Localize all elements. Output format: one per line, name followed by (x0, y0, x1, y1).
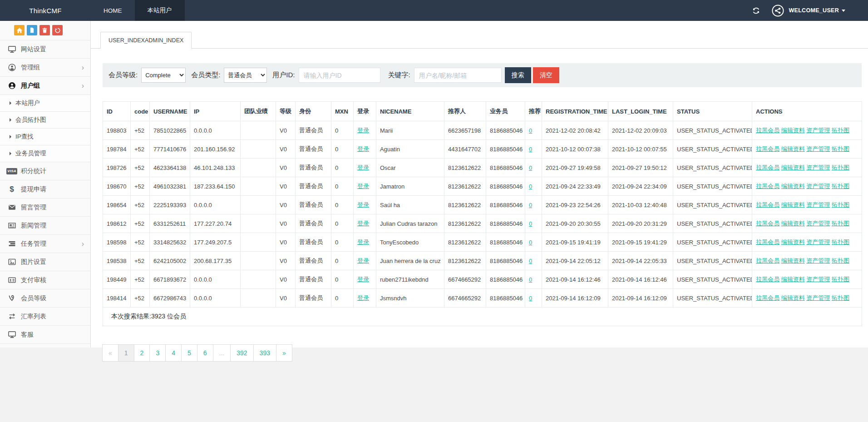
login-link[interactable]: 登录 (357, 183, 369, 189)
action-link[interactable]: 拉黑会员 (756, 220, 779, 227)
sidebar-item[interactable]: 客服 (0, 326, 90, 344)
action-link[interactable]: 资产管理 (806, 127, 830, 134)
login-link[interactable]: 登录 (357, 201, 369, 208)
sidebar-item[interactable]: 用户组› (0, 77, 90, 95)
action-link[interactable]: 拉黑会员 (756, 183, 779, 189)
page-button[interactable]: 392 (230, 344, 253, 362)
action-link[interactable]: 拉黑会员 (756, 238, 779, 245)
sidebar-item[interactable]: 管理组› (0, 59, 90, 77)
refresh-icon[interactable] (752, 7, 760, 15)
action-link[interactable]: 资产管理 (806, 183, 830, 189)
referral-link[interactable]: 0 (529, 239, 532, 246)
nav-site-users[interactable]: 本站用户 (135, 0, 185, 21)
action-link[interactable]: 拓扑图 (832, 127, 849, 134)
page-button[interactable]: 6 (197, 344, 213, 362)
page-button[interactable]: » (276, 344, 292, 362)
sidebar-item[interactable]: 留言管理 (0, 199, 90, 217)
page-button-current[interactable]: 1 (118, 344, 134, 362)
page-button[interactable]: 3 (149, 344, 166, 362)
action-link[interactable]: 编辑资料 (781, 127, 805, 134)
referral-link[interactable]: 0 (529, 127, 532, 134)
referral-link[interactable]: 0 (529, 258, 532, 264)
action-link[interactable]: 编辑资料 (781, 201, 805, 208)
nav-home[interactable]: HOME (91, 0, 135, 21)
login-link[interactable]: 登录 (357, 257, 369, 264)
action-link[interactable]: 编辑资料 (781, 183, 805, 189)
action-link[interactable]: 编辑资料 (781, 220, 805, 227)
search-button[interactable]: 搜索 (505, 67, 531, 83)
page-button[interactable]: 4 (165, 344, 182, 362)
app-brand[interactable]: ThinkCMF (0, 0, 91, 21)
sidebar-item[interactable]: 会员拓扑图 (0, 112, 90, 129)
clear-button[interactable]: 清空 (533, 67, 559, 83)
referral-link[interactable]: 0 (529, 295, 532, 302)
action-link[interactable]: 资产管理 (806, 276, 830, 283)
action-link[interactable]: 拉黑会员 (756, 127, 779, 134)
referral-link[interactable]: 0 (529, 146, 532, 153)
page-button[interactable]: 393 (253, 344, 276, 362)
file-button[interactable] (27, 25, 37, 35)
sidebar-item[interactable]: 汇率列表 (0, 308, 90, 326)
sidebar-item[interactable]: 任务管理› (0, 235, 90, 253)
action-link[interactable]: 拉黑会员 (756, 294, 779, 301)
member-type-select[interactable]: 普通会员 (224, 68, 267, 83)
sidebar-item[interactable]: 业务员管理 (0, 145, 90, 162)
action-link[interactable]: 编辑资料 (781, 257, 805, 264)
referral-link[interactable]: 0 (529, 164, 532, 171)
referral-link[interactable]: 0 (529, 276, 532, 283)
action-link[interactable]: 拓扑图 (832, 183, 849, 189)
login-link[interactable]: 登录 (357, 238, 369, 245)
clear-cache-button[interactable] (52, 25, 63, 35)
action-link[interactable]: 拉黑会员 (756, 257, 779, 264)
action-link[interactable]: 资产管理 (806, 238, 830, 245)
page-button[interactable]: 5 (181, 344, 197, 362)
sidebar-item[interactable]: IP查找 (0, 129, 90, 145)
user-id-input[interactable] (299, 68, 380, 83)
action-link[interactable]: 拓扑图 (832, 145, 849, 152)
member-level-select[interactable]: Complete (141, 68, 186, 83)
referral-link[interactable]: 0 (529, 183, 532, 190)
login-link[interactable]: 登录 (357, 294, 369, 301)
action-link[interactable]: 资产管理 (806, 294, 830, 301)
user-menu[interactable]: WELCOME_USER (789, 7, 845, 14)
sidebar-item[interactable]: 本站用户 (0, 95, 90, 112)
trash-button[interactable] (39, 25, 50, 35)
avatar[interactable] (772, 5, 784, 17)
page-button[interactable]: 2 (134, 344, 150, 362)
sidebar-item[interactable]: 会员等级 (0, 289, 90, 308)
login-link[interactable]: 登录 (357, 127, 369, 134)
action-link[interactable]: 资产管理 (806, 220, 830, 227)
action-link[interactable]: 拉黑会员 (756, 164, 779, 171)
action-link[interactable]: 拓扑图 (832, 238, 849, 245)
login-link[interactable]: 登录 (357, 220, 369, 227)
referral-link[interactable]: 0 (529, 220, 532, 227)
sidebar-item[interactable]: 网站设置 (0, 40, 90, 59)
sidebar-item[interactable]: $提现申请 (0, 180, 90, 199)
sidebar-item[interactable]: 支付审核 (0, 271, 90, 289)
action-link[interactable]: 拓扑图 (832, 201, 849, 208)
sidebar-item[interactable]: 图片设置 (0, 253, 90, 271)
action-link[interactable]: 资产管理 (806, 257, 830, 264)
sidebar-item[interactable]: 新闻管理 (0, 217, 90, 235)
keyword-input[interactable] (414, 68, 502, 83)
action-link[interactable]: 编辑资料 (781, 294, 805, 301)
login-link[interactable]: 登录 (357, 164, 369, 171)
action-link[interactable]: 编辑资料 (781, 238, 805, 245)
action-link[interactable]: 编辑资料 (781, 145, 805, 152)
action-link[interactable]: 拓扑图 (832, 294, 849, 301)
action-link[interactable]: 拓扑图 (832, 276, 849, 283)
action-link[interactable]: 拉黑会员 (756, 276, 779, 283)
action-link[interactable]: 编辑资料 (781, 164, 805, 171)
action-link[interactable]: 资产管理 (806, 201, 830, 208)
action-link[interactable]: 拓扑图 (832, 257, 849, 264)
login-link[interactable]: 登录 (357, 276, 369, 283)
home-button[interactable] (14, 25, 25, 35)
referral-link[interactable]: 0 (529, 202, 532, 209)
tab-user-index[interactable]: USER_INDEXADMIN_INDEX (100, 32, 192, 49)
action-link[interactable]: 拓扑图 (832, 220, 849, 227)
action-link[interactable]: 资产管理 (806, 145, 830, 152)
action-link[interactable]: 资产管理 (806, 164, 830, 171)
action-link[interactable]: 拉黑会员 (756, 145, 779, 152)
action-link[interactable]: 编辑资料 (781, 276, 805, 283)
sidebar-item[interactable]: VISA积分统计 (0, 162, 90, 180)
